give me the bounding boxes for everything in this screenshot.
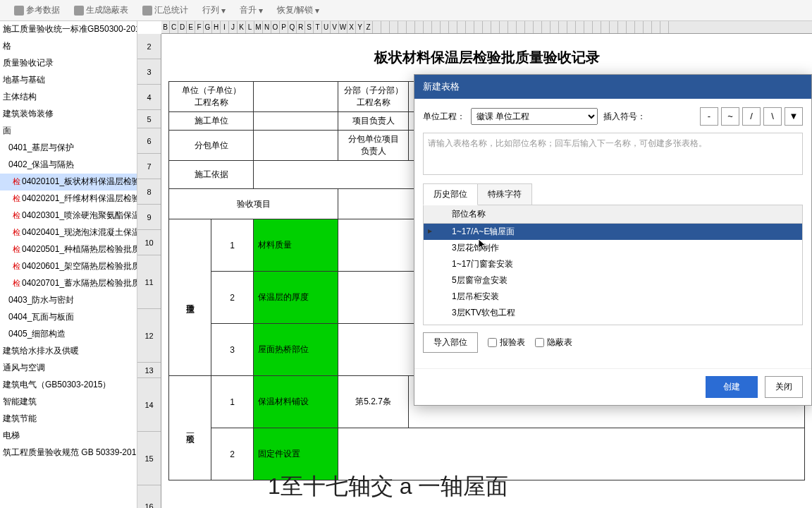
col-hdr[interactable] bbox=[457, 21, 466, 33]
tree-item[interactable]: 04020601_架空隔热层检验批质 bbox=[0, 258, 137, 275]
col-hdr[interactable]: N bbox=[263, 21, 271, 33]
tb-ref[interactable]: 参考数据 bbox=[14, 4, 60, 16]
tree-item[interactable]: 0402_保温与隔热 bbox=[0, 157, 137, 174]
tree-item[interactable]: 0403_防水与密封 bbox=[0, 292, 137, 309]
col-hdr[interactable]: M bbox=[254, 21, 263, 33]
row-hdr[interactable]: 2 bbox=[137, 34, 161, 59]
col-hdr[interactable] bbox=[398, 21, 407, 33]
col-hdr[interactable] bbox=[483, 21, 491, 33]
col-hdr[interactable]: P bbox=[280, 21, 288, 33]
tree-item[interactable]: 04020501_种植隔热层检验批质 bbox=[0, 241, 137, 258]
row-hdr[interactable]: 14 bbox=[137, 378, 161, 432]
tree-item[interactable]: 04020701_蓄水隔热层检验批质 bbox=[0, 275, 137, 292]
item-name[interactable]: 保温层的厚度 bbox=[254, 272, 338, 324]
row-hdr[interactable]: 3 bbox=[137, 59, 161, 85]
symbol-button[interactable]: \ bbox=[763, 107, 782, 126]
col-hdr[interactable]: T bbox=[314, 21, 322, 33]
chk-report[interactable]: 报验表 bbox=[488, 337, 525, 349]
row-hdr[interactable]: 11 bbox=[137, 255, 161, 309]
col-hdr[interactable] bbox=[432, 21, 441, 33]
tb-note[interactable]: 音升 ▾ bbox=[240, 4, 263, 16]
tree-item[interactable]: 质量验收记录 bbox=[0, 55, 137, 72]
col-hdr[interactable] bbox=[542, 21, 550, 33]
tree-item[interactable]: 面 bbox=[0, 123, 137, 140]
grid-row[interactable]: 1~17门窗套安装 bbox=[424, 256, 802, 272]
tree-item[interactable]: 0405_细部构造 bbox=[0, 326, 137, 343]
tb-sum[interactable]: 汇总统计 bbox=[142, 4, 188, 16]
col-hdr[interactable] bbox=[500, 21, 508, 33]
row-hdr[interactable]: 6 bbox=[137, 128, 161, 154]
col-hdr[interactable] bbox=[660, 21, 669, 33]
cell-unit-val[interactable] bbox=[254, 82, 338, 112]
col-hdr[interactable]: Y bbox=[356, 21, 364, 33]
col-hdr[interactable]: W bbox=[339, 21, 347, 33]
symbol-button[interactable]: / bbox=[742, 107, 761, 126]
col-hdr[interactable]: O bbox=[271, 21, 280, 33]
grid-row[interactable]: 1层吊柜安装 bbox=[424, 289, 802, 305]
col-hdr[interactable] bbox=[424, 21, 432, 33]
grid-row[interactable]: 1~17/A~E轴屋面 bbox=[424, 224, 802, 240]
col-hdr[interactable]: G bbox=[204, 21, 212, 33]
row-hdr[interactable]: 16 bbox=[137, 485, 161, 508]
col-hdr[interactable] bbox=[550, 21, 559, 33]
col-hdr[interactable] bbox=[525, 21, 534, 33]
chk-hidden-box[interactable] bbox=[535, 338, 544, 347]
tab-history[interactable]: 历史部位 bbox=[423, 183, 478, 205]
col-hdr[interactable] bbox=[584, 21, 593, 33]
col-hdr[interactable] bbox=[381, 21, 390, 33]
tree-item[interactable]: 04020401_现浇泡沫混凝土保温 bbox=[0, 224, 137, 241]
row-hdr[interactable]: 7 bbox=[137, 154, 161, 179]
item-name[interactable]: 材料质量 bbox=[254, 219, 338, 272]
col-hdr[interactable] bbox=[652, 21, 660, 33]
row-hdr[interactable]: 10 bbox=[137, 230, 161, 255]
col-hdr[interactable] bbox=[618, 21, 627, 33]
row-hdr[interactable]: 13 bbox=[137, 363, 161, 378]
row-hdr[interactable]: 8 bbox=[137, 179, 161, 205]
tree-item[interactable]: 通风与空调 bbox=[0, 360, 137, 377]
col-hdr[interactable]: H bbox=[212, 21, 221, 33]
tb-restore[interactable]: 恢复/解锁 ▾ bbox=[277, 4, 319, 16]
col-hdr[interactable]: C bbox=[170, 21, 178, 33]
col-hdr[interactable]: B bbox=[161, 21, 170, 33]
tree-item[interactable]: 0404_瓦面与板面 bbox=[0, 309, 137, 326]
item-name[interactable]: 屋面热桥部位 bbox=[254, 324, 338, 376]
tree-item[interactable]: 主体结构 bbox=[0, 89, 137, 106]
tree-item[interactable]: 建筑电气（GB50303-2015） bbox=[0, 377, 137, 394]
col-hdr[interactable]: K bbox=[238, 21, 246, 33]
col-hdr[interactable] bbox=[407, 21, 415, 33]
col-hdr[interactable] bbox=[610, 21, 618, 33]
create-button[interactable]: 创建 bbox=[706, 376, 758, 398]
col-hdr[interactable] bbox=[390, 21, 398, 33]
tree-item[interactable]: 电梯 bbox=[0, 428, 137, 445]
tb-gen[interactable]: 生成隐蔽表 bbox=[74, 4, 128, 16]
col-hdr[interactable]: R bbox=[297, 21, 305, 33]
row-hdr[interactable]: 9 bbox=[137, 205, 161, 230]
col-hdr[interactable]: D bbox=[178, 21, 187, 33]
row-hdr[interactable]: 12 bbox=[137, 309, 161, 363]
col-hdr[interactable] bbox=[627, 21, 635, 33]
col-hdr[interactable] bbox=[567, 21, 576, 33]
proj-select[interactable]: 徽课 单位工程 bbox=[471, 108, 598, 125]
tree-item[interactable]: 地基与基础 bbox=[0, 72, 137, 89]
tree-root[interactable]: 施工质量验收统一标准GB50300-2013 bbox=[0, 21, 137, 38]
name-input[interactable]: 请输入表格名称，比如部位名称；回车后输入下一名称，可创建多张表格。 bbox=[423, 133, 803, 175]
row-hdr[interactable]: 4 bbox=[137, 85, 161, 110]
grid-row[interactable]: 5层窗帘盒安装 bbox=[424, 272, 802, 289]
tree-item[interactable]: 04020101_板状材料保温层检验 bbox=[0, 174, 137, 190]
col-hdr[interactable]: F bbox=[195, 21, 204, 33]
col-hdr[interactable] bbox=[534, 21, 542, 33]
col-hdr[interactable] bbox=[373, 21, 381, 33]
tree-item[interactable]: 0401_基层与保护 bbox=[0, 140, 137, 157]
col-hdr[interactable]: L bbox=[246, 21, 254, 33]
col-hdr[interactable] bbox=[491, 21, 500, 33]
col-hdr[interactable] bbox=[466, 21, 474, 33]
chk-report-box[interactable] bbox=[488, 338, 497, 347]
import-button[interactable]: 导入部位 bbox=[423, 332, 478, 353]
col-hdr[interactable] bbox=[517, 21, 525, 33]
row-hdr[interactable]: 5 bbox=[137, 110, 161, 128]
grid-row[interactable]: 3层KTV软包工程 bbox=[424, 305, 802, 321]
col-hdr[interactable] bbox=[441, 21, 449, 33]
chk-hidden[interactable]: 隐蔽表 bbox=[535, 337, 572, 349]
col-hdr[interactable] bbox=[559, 21, 567, 33]
tree-item[interactable]: 筑工程质量验收规范 GB 50339-201 bbox=[0, 445, 137, 461]
